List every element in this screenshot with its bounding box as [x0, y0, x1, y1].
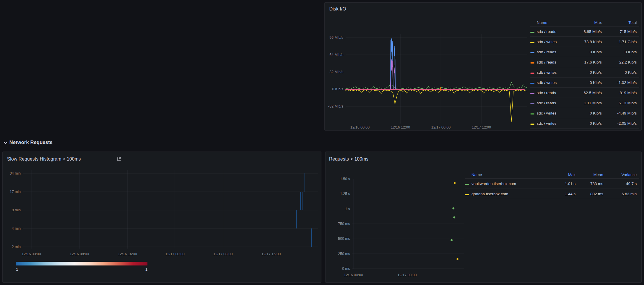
dashboard-canvas: Disk I/O 96 Mib/s64 Mib/s32 Mib/s0 Kib/s…	[0, 0, 644, 285]
series-color-swatch	[530, 32, 534, 33]
legend-value: 783 ms	[578, 182, 606, 186]
legend-value: -73.8 Kib/s	[569, 40, 604, 44]
heatmap-cell	[296, 210, 297, 228]
legend-header-total[interactable]: Total	[604, 20, 639, 25]
svg-text:17 min: 17 min	[10, 190, 21, 194]
legend-row: sdb / writes0 Kib/s-1.02 Mib/s	[530, 78, 639, 88]
legend-value: 1.11 Mib/s	[569, 101, 604, 105]
legend-row: vaultwarden.tiserbox.com1.01 s783 ms49.7…	[465, 179, 639, 189]
requests-chart[interactable]: 1.50 s1.25 s1 s750 ms500 ms250 ms0 ms12/…	[325, 169, 471, 280]
scatter-point	[457, 258, 459, 260]
series-color-swatch	[530, 124, 534, 125]
legend-value: 0 Kib/s	[569, 50, 604, 54]
legend-value: 0 Kib/s	[604, 70, 639, 75]
svg-text:9 min: 9 min	[12, 208, 21, 212]
svg-text:1.50 s: 1.50 s	[340, 177, 350, 181]
legend-series-name[interactable]: sdc / reads	[537, 91, 569, 95]
legend-value: 0 Kib/s	[569, 70, 604, 75]
legend-series-name[interactable]: sdb / reads	[537, 60, 569, 64]
legend-header-name[interactable]: Name	[537, 20, 569, 25]
legend-row: sdc / reads62.5 Mib/s819 Mib/s	[530, 88, 639, 98]
legend-value: 0 Kib/s	[569, 111, 604, 115]
legend-series-name[interactable]: sdc / writes	[537, 121, 569, 126]
panel-title-slow-histogram[interactable]: Slow Requests Histogram > 100ms	[7, 156, 81, 162]
legend-series-name[interactable]: sdb / writes	[537, 80, 569, 85]
legend-value: 802 ms	[578, 192, 606, 196]
legend-value: 62.5 Mib/s	[569, 91, 604, 95]
legend-series-name[interactable]: sda / reads	[537, 29, 569, 34]
series-color-swatch	[530, 62, 534, 64]
legend-value: 819 Mib/s	[604, 91, 639, 95]
series-color-swatch	[530, 103, 534, 104]
legend-value: -4.49 Mib/s	[604, 111, 639, 115]
series-color-swatch	[530, 83, 534, 84]
svg-text:64 Mib/s: 64 Mib/s	[330, 53, 343, 57]
legend-row: sdc / reads1.11 Mib/s6.13 Mib/s	[530, 98, 639, 108]
legend-value: 8.85 Mib/s	[569, 29, 604, 34]
legend-value: 715 Mib/s	[604, 29, 639, 34]
colorbar-max-label: 1	[145, 267, 147, 272]
svg-text:12/16 00:00: 12/16 00:00	[344, 273, 363, 277]
svg-text:12/16 08:00: 12/16 08:00	[70, 252, 89, 256]
disk-io-legend: NameMaxTotalsda / reads8.85 Mib/s715 Mib…	[530, 19, 639, 129]
section-title: Network Requests	[9, 140, 52, 145]
legend-value: 0 Kib/s	[569, 80, 604, 85]
series-color-swatch	[530, 113, 534, 115]
legend-value: 17.6 Kib/s	[569, 60, 604, 64]
svg-text:12/17 00:00: 12/17 00:00	[165, 252, 184, 256]
external-link-icon[interactable]	[117, 157, 121, 163]
svg-text:0 ms: 0 ms	[342, 267, 350, 271]
slow-histogram-chart[interactable]: 34 min17 min9 min4 min2 min12/16 00:0012…	[3, 168, 321, 261]
svg-text:4 min: 4 min	[12, 226, 21, 231]
series-line	[346, 90, 527, 122]
legend-row: sdc / writes0 Kib/s-2.05 Mib/s	[530, 118, 639, 129]
legend-header-variance[interactable]: Variance	[606, 173, 639, 177]
svg-text:34 min: 34 min	[10, 171, 21, 175]
series-color-swatch	[530, 42, 534, 43]
panel-title-disk-io[interactable]: Disk I/O	[329, 6, 346, 12]
chevron-down-icon	[3, 140, 8, 144]
svg-text:12/17 08:00: 12/17 08:00	[213, 252, 233, 256]
legend-series-name[interactable]: sdb / reads	[537, 50, 569, 54]
legend-row: sdb / writes0 Kib/s0 Kib/s	[530, 67, 639, 78]
legend-row: sdc / writes0 Kib/s-4.49 Mib/s	[530, 108, 639, 118]
legend-series-name[interactable]: sdc / writes	[537, 111, 569, 115]
svg-text:1 s: 1 s	[345, 207, 350, 211]
svg-text:12/16 16:00: 12/16 16:00	[118, 252, 137, 256]
legend-value: 49.7 s	[606, 182, 639, 186]
legend-series-name[interactable]: sdc / reads	[537, 101, 569, 105]
legend-header-max[interactable]: Max	[552, 173, 578, 177]
legend-header: NameMaxMeanVariance	[465, 171, 639, 179]
legend-row: grafana.tiserbox.com1.44 s802 ms6.83 min	[465, 189, 639, 199]
svg-text:0 Kib/s: 0 Kib/s	[332, 87, 343, 91]
legend-series-name[interactable]: vaultwarden.tiserbox.com	[471, 182, 552, 186]
legend-header-max[interactable]: Max	[569, 20, 604, 25]
section-network-requests[interactable]: Network Requests	[4, 138, 52, 147]
svg-text:2 min: 2 min	[12, 245, 21, 249]
svg-text:1.25 s: 1.25 s	[340, 192, 350, 196]
panel-title-requests[interactable]: Requests > 100ms	[329, 156, 368, 162]
series-color-swatch	[530, 73, 534, 74]
colorbar-min-label: 1	[16, 267, 18, 272]
legend-value: 0 Kib/s	[604, 50, 639, 54]
svg-text:500 ms: 500 ms	[338, 237, 350, 241]
legend-series-name[interactable]: sda / writes	[537, 40, 569, 44]
legend-series-name[interactable]: grafana.tiserbox.com	[471, 192, 552, 196]
legend-header-mean[interactable]: Mean	[578, 173, 606, 177]
legend-row: sdb / reads17.6 Kib/s22.2 Kib/s	[530, 57, 639, 67]
scatter-point	[451, 239, 453, 241]
disk-io-chart[interactable]: 96 Mib/s64 Mib/s32 Mib/s0 Kib/s-32 Mib/s…	[325, 17, 530, 130]
legend-value: 1.01 s	[552, 182, 578, 186]
legend-value: -1.02 Mib/s	[604, 80, 639, 85]
legend-series-name[interactable]: sdb / writes	[537, 70, 569, 75]
legend-header-name[interactable]: Name	[471, 173, 552, 177]
series-color-swatch	[465, 194, 469, 195]
legend-value: 6.13 Mib/s	[604, 101, 639, 105]
scatter-point	[453, 217, 455, 219]
legend-row: sda / writes-73.8 Kib/s-1.71 Gib/s	[530, 37, 639, 47]
series-color-swatch	[530, 93, 534, 94]
series-color-swatch	[530, 52, 534, 53]
svg-text:-32 Mib/s: -32 Mib/s	[328, 104, 343, 108]
heatmap-colorbar	[16, 262, 147, 265]
scatter-point	[453, 207, 455, 210]
